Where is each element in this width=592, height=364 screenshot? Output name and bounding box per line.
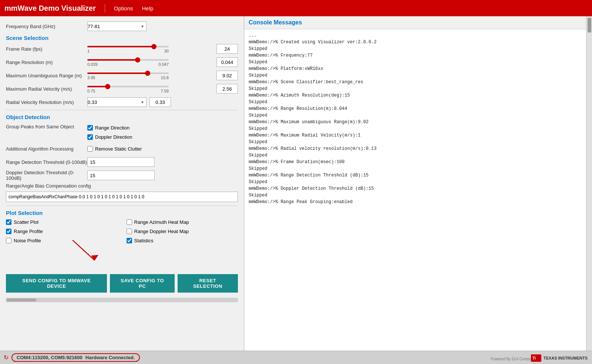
bias-config-input[interactable] bbox=[6, 192, 238, 202]
console-line: Skipped bbox=[249, 165, 582, 172]
console-line: mmWDemo:/>% Range Peak Grouping:enabled bbox=[249, 199, 582, 205]
svg-line-0 bbox=[73, 240, 95, 260]
frame-rate-label: Frame Rate (fps) bbox=[6, 46, 87, 52]
divider-2 bbox=[6, 206, 238, 206]
scene-selection-title: Scene Selection bbox=[6, 35, 238, 41]
frequency-band-select[interactable]: 77-81 60-64 bbox=[87, 21, 147, 31]
frame-rate-max: 30 bbox=[164, 49, 169, 53]
max-velocity-slider-container: 0.75 7.59 bbox=[87, 84, 213, 93]
console-line: Skipped bbox=[249, 112, 582, 119]
console-line: mmWDemo:/>% Maximum Radial Velocity(m/s)… bbox=[249, 132, 582, 139]
scatter-plot-checkbox[interactable] bbox=[6, 219, 11, 225]
console-line: Skipped bbox=[249, 192, 582, 199]
console-line: mmWDemo:/>% Doppler Detection Threshold … bbox=[249, 185, 582, 192]
range-doppler-checkbox[interactable] bbox=[127, 229, 132, 234]
frame-rate-min: 1 bbox=[87, 49, 90, 53]
doppler-direction-item: Doppler Direction bbox=[87, 134, 132, 140]
console-line: Skipped bbox=[249, 152, 582, 159]
doppler-direction-checkbox[interactable] bbox=[87, 134, 93, 140]
velocity-resolution-value: 0.33 bbox=[149, 97, 171, 107]
range-azimuth-checkbox[interactable] bbox=[127, 219, 132, 225]
group-peaks-row: Group Peaks from Same Object Range Direc… bbox=[6, 122, 238, 141]
max-velocity-track[interactable] bbox=[87, 86, 169, 87]
range-resolution-min: 0.039 bbox=[87, 62, 98, 67]
console-header: Console Messages bbox=[244, 16, 586, 29]
velocity-resolution-select-wrapper[interactable]: 0.33 0.66 bbox=[87, 97, 147, 107]
connection-icon: ↻ bbox=[4, 354, 9, 361]
range-resolution-row: Range Resolution (m) 0.039 0.047 0.044 bbox=[6, 57, 238, 68]
console-line: mmWDemo:/>% Scene Classifier:best_range_… bbox=[249, 79, 582, 85]
console-title: Console Messages bbox=[249, 19, 582, 26]
range-detection-input[interactable] bbox=[87, 157, 155, 167]
bias-config-section: Range/Angle Bias Compensation config bbox=[6, 183, 238, 203]
console-wrapper: Console Messages ...mmWDemo:/>% Created … bbox=[244, 16, 592, 351]
range-azimuth-label: Range Azimuth Heat Map bbox=[134, 219, 189, 225]
menu-help[interactable]: Help bbox=[142, 5, 153, 11]
range-resolution-max: 0.047 bbox=[158, 62, 169, 67]
console-body[interactable]: ...mmWDemo:/>% Created using Visualizer … bbox=[244, 29, 586, 351]
max-range-track[interactable] bbox=[87, 73, 169, 74]
frame-rate-slider-container: 1 30 bbox=[87, 44, 213, 53]
com-info: COM4:115200, COM5:921600 bbox=[17, 355, 83, 360]
remove-static-clutter-checkbox[interactable] bbox=[87, 146, 93, 152]
horizontal-scrollbar[interactable] bbox=[6, 298, 238, 302]
range-profile-checkbox[interactable] bbox=[6, 229, 11, 234]
svg-text:TI: TI bbox=[532, 356, 536, 360]
send-config-button[interactable]: SEND CONFIG TO MMWAVE DEVICE bbox=[6, 274, 107, 293]
frequency-band-row: Frequency Band (GHz) 77-81 60-64 bbox=[6, 21, 238, 31]
object-detection-title: Object Detection bbox=[6, 114, 238, 120]
group-peaks-label: Group Peaks from Same Object bbox=[6, 124, 87, 129]
doppler-direction-label: Doppler Direction bbox=[95, 134, 132, 140]
range-direction-label: Range Direction bbox=[95, 125, 130, 131]
right-panel: Console Messages ...mmWDemo:/>% Created … bbox=[244, 16, 592, 351]
remove-static-clutter-label: Remove Static Clutter bbox=[95, 146, 142, 152]
doppler-detection-input[interactable] bbox=[87, 171, 155, 180]
velocity-resolution-row: Radial Velocity Resolution (m/s) 0.33 0.… bbox=[6, 97, 238, 108]
bias-config-label: Range/Angle Bias Compensation config bbox=[6, 183, 238, 189]
ti-logo-text: TEXAS INSTRUMENTS bbox=[544, 356, 588, 360]
save-config-button[interactable]: SAVE CONFIG TO PC bbox=[110, 274, 174, 293]
frequency-band-select-wrapper[interactable]: 77-81 60-64 bbox=[87, 21, 147, 31]
left-panel: Frequency Band (GHz) 77-81 60-64 Scene S… bbox=[0, 16, 244, 351]
scatter-plot-label: Scatter Plot bbox=[14, 219, 38, 225]
max-range-max: 10.8 bbox=[161, 75, 169, 80]
plot-selection-title: Plot Selection bbox=[6, 210, 238, 216]
noise-profile-checkbox[interactable] bbox=[6, 238, 11, 243]
range-direction-checkbox[interactable] bbox=[87, 125, 93, 131]
menu-options[interactable]: Options bbox=[114, 5, 133, 11]
additional-algo-label: Additional Algorithm Processing bbox=[6, 146, 87, 152]
console-line: Skipped bbox=[249, 85, 582, 92]
frame-rate-row: Frame Rate (fps) 1 30 24 bbox=[6, 43, 238, 54]
additional-algo-row: Additional Algorithm Processing Remove S… bbox=[6, 143, 238, 154]
velocity-resolution-select[interactable]: 0.33 0.66 bbox=[87, 97, 147, 107]
console-line: mmWDemo:/>% Radial velocity resolution(m… bbox=[249, 145, 582, 152]
scatter-plot-item: Scatter Plot bbox=[6, 219, 118, 225]
console-line: Skipped bbox=[249, 46, 582, 52]
ti-logo: TI TEXAS INSTRUMENTS bbox=[531, 354, 588, 362]
vertical-scrollbar[interactable] bbox=[586, 16, 592, 351]
status-bar-left: ↻ COM4:115200, COM5:921600 Hardware Conn… bbox=[4, 353, 140, 362]
console-line: mmWDemo:/>% Frame Duration(msec):100 bbox=[249, 159, 582, 165]
range-doppler-label: Range Doppler Heat Map bbox=[134, 229, 189, 234]
group-peaks-checkboxes: Range Direction Doppler Direction bbox=[87, 124, 132, 141]
ti-logo-icon: TI bbox=[531, 354, 541, 362]
range-resolution-track[interactable] bbox=[87, 59, 169, 61]
max-velocity-min: 0.75 bbox=[87, 89, 95, 93]
range-direction-item: Range Direction bbox=[87, 125, 132, 131]
console-line: mmWDemo:/>% Range Detection Threshold (d… bbox=[249, 172, 582, 179]
max-velocity-max: 7.59 bbox=[161, 89, 169, 93]
console-line: mmWDemo:/>% Azimuth Resolution(deg):15 bbox=[249, 92, 582, 99]
annotation-arrow bbox=[65, 240, 176, 262]
max-range-value: 9.02 bbox=[216, 71, 238, 80]
frame-rate-track[interactable] bbox=[87, 46, 169, 47]
max-velocity-value: 2.56 bbox=[216, 84, 238, 94]
reset-button[interactable]: RESET SELECTION bbox=[178, 274, 238, 293]
console-line: mmWDemo:/>% Range Resolution(m):0.044 bbox=[249, 105, 582, 112]
max-range-min: 3.95 bbox=[87, 75, 95, 80]
doppler-detection-label: Doppler Detection Threshold (0-100dB) bbox=[6, 170, 87, 181]
hardware-status: Hardware Connected. bbox=[85, 355, 135, 360]
console-line: mmWDemo:/>% Created using Visualizer ver… bbox=[249, 39, 582, 46]
max-range-label: Maximum Unambiguous Range (m) bbox=[6, 73, 87, 78]
scroll-thumb-h bbox=[7, 299, 36, 301]
range-detection-row: Range Detection Threshold (0-100dB) bbox=[6, 156, 238, 168]
